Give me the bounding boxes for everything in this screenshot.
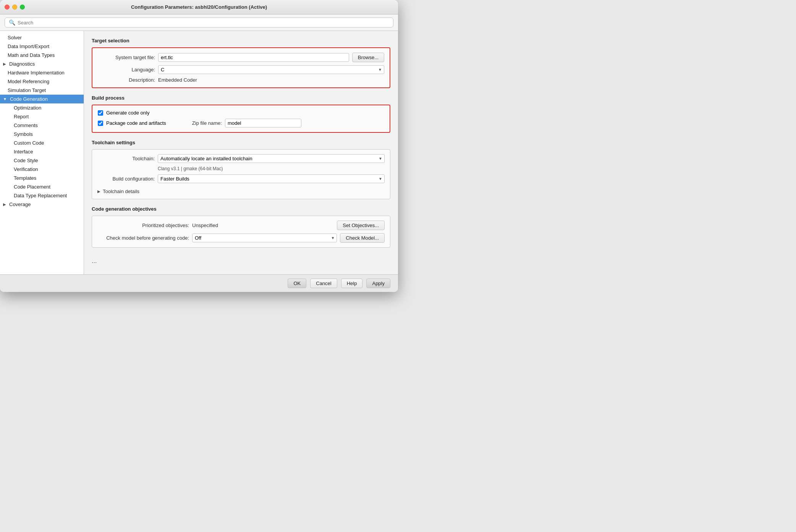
sidebar-item-custom-code[interactable]: Custom Code bbox=[0, 139, 84, 147]
generate-code-only-checkbox[interactable] bbox=[98, 110, 103, 116]
sidebar-item-comments[interactable]: Comments bbox=[0, 121, 84, 130]
sidebar-item-code-placement[interactable]: Code Placement bbox=[0, 182, 84, 191]
window-title: Configuration Parameters: asbhl20/Config… bbox=[131, 4, 267, 10]
toolchain-row: Toolchain: Automatically locate an insta… bbox=[97, 154, 385, 163]
toolchain-details-arrow: ▶ bbox=[97, 189, 100, 193]
language-row: Language: C C++ ▼ bbox=[98, 65, 384, 74]
toolchain-select-wrap: Automatically locate an installed toolch… bbox=[158, 154, 385, 163]
prioritized-objectives-row: Prioritized objectives: Unspecified Set … bbox=[97, 221, 385, 230]
sidebar-label-templates: Templates bbox=[14, 175, 36, 181]
code-gen-objectives-section: Code generation objectives Prioritized o… bbox=[92, 206, 390, 248]
search-wrap: 🔍 bbox=[5, 18, 393, 27]
sidebar-label-custom-code: Custom Code bbox=[14, 140, 44, 146]
sidebar-label-solver: Solver bbox=[8, 35, 22, 40]
package-code-row: Package code and artifacts Zip file name… bbox=[98, 119, 384, 127]
close-button[interactable] bbox=[5, 5, 10, 10]
zip-file-row: Zip file name: bbox=[177, 119, 301, 127]
sidebar-arrow-code-generation: ▼ bbox=[3, 97, 7, 101]
toolchain-settings-box: Toolchain: Automatically locate an insta… bbox=[92, 149, 390, 199]
main-layout: SolverData Import/ExportMath and Data Ty… bbox=[0, 31, 398, 274]
sidebar-label-data-import-export: Data Import/Export bbox=[8, 44, 49, 49]
sidebar-item-diagnostics[interactable]: ▶Diagnostics bbox=[0, 60, 84, 68]
sidebar-item-coverage[interactable]: ▶Coverage bbox=[0, 200, 84, 209]
sidebar-item-code-style[interactable]: Code Style bbox=[0, 156, 84, 165]
sidebar-label-optimization: Optimization bbox=[14, 105, 41, 111]
sidebar-item-hardware-implementation[interactable]: Hardware Implementation bbox=[0, 68, 84, 77]
help-button[interactable]: Help bbox=[341, 279, 363, 288]
system-target-file-input[interactable] bbox=[158, 53, 349, 62]
toolchain-label: Toolchain: bbox=[97, 156, 155, 161]
sidebar-label-comments: Comments bbox=[14, 123, 38, 128]
check-model-select[interactable]: Off On bbox=[192, 234, 337, 242]
minimize-button[interactable] bbox=[12, 5, 17, 10]
toolchain-note: Clang v3.1 | gmake (64-bit Mac) bbox=[158, 166, 385, 171]
sidebar-item-simulation-target[interactable]: Simulation Target bbox=[0, 86, 84, 95]
zip-file-input[interactable] bbox=[225, 119, 301, 127]
sidebar-label-interface: Interface bbox=[14, 149, 33, 155]
toolchain-settings-title: Toolchain settings bbox=[92, 140, 390, 145]
build-process-title: Build process bbox=[92, 95, 390, 101]
build-config-label: Build configuration: bbox=[97, 176, 155, 182]
generate-code-only-row: Generate code only bbox=[98, 110, 384, 116]
language-label: Language: bbox=[98, 67, 155, 73]
check-model-row: Check model before generating code: Off … bbox=[97, 233, 385, 243]
build-config-select[interactable]: Faster Builds Faster Incremental Builds … bbox=[158, 174, 385, 183]
title-bar: Configuration Parameters: asbhl20/Config… bbox=[0, 0, 398, 15]
sidebar-label-verification: Verification bbox=[14, 166, 38, 172]
search-input[interactable] bbox=[18, 20, 389, 26]
sidebar-item-solver[interactable]: Solver bbox=[0, 33, 84, 42]
zip-file-label: Zip file name: bbox=[192, 120, 222, 126]
cancel-button[interactable]: Cancel bbox=[310, 279, 337, 288]
sidebar-label-diagnostics: Diagnostics bbox=[9, 61, 35, 67]
language-select-wrap: C C++ ▼ bbox=[158, 65, 384, 74]
sidebar-item-model-referencing[interactable]: Model Referencing bbox=[0, 77, 84, 86]
prioritized-objectives-label: Prioritized objectives: bbox=[97, 222, 189, 228]
sidebar-item-code-generation[interactable]: ▼Code Generation bbox=[0, 95, 84, 103]
target-selection-section: Target selection System target file: Bro… bbox=[92, 38, 390, 88]
apply-button[interactable]: Apply bbox=[366, 279, 390, 288]
sidebar-item-data-type-replacement[interactable]: Data Type Replacement bbox=[0, 191, 84, 200]
sidebar-item-data-import-export[interactable]: Data Import/Export bbox=[0, 42, 84, 51]
language-select[interactable]: C C++ bbox=[158, 65, 384, 74]
sidebar-label-report: Report bbox=[14, 114, 29, 119]
sidebar-label-simulation-target: Simulation Target bbox=[8, 87, 46, 93]
sidebar-item-interface[interactable]: Interface bbox=[0, 147, 84, 156]
sidebar: SolverData Import/ExportMath and Data Ty… bbox=[0, 31, 84, 274]
target-selection-title: Target selection bbox=[92, 38, 390, 44]
ok-button[interactable]: OK bbox=[288, 279, 306, 288]
sidebar-label-code-placement: Code Placement bbox=[14, 184, 50, 190]
check-model-label: Check model before generating code: bbox=[97, 235, 189, 241]
check-model-button[interactable]: Check Model... bbox=[340, 233, 385, 243]
sidebar-item-templates[interactable]: Templates bbox=[0, 174, 84, 182]
description-row: Description: Embedded Coder bbox=[98, 77, 384, 83]
sidebar-label-model-referencing: Model Referencing bbox=[8, 79, 49, 84]
sidebar-item-symbols[interactable]: Symbols bbox=[0, 130, 84, 139]
package-code-label: Package code and artifacts bbox=[106, 120, 166, 126]
traffic-lights bbox=[5, 5, 25, 10]
package-code-checkbox[interactable] bbox=[98, 121, 103, 126]
search-bar: 🔍 bbox=[0, 15, 398, 31]
sidebar-arrow-coverage: ▶ bbox=[3, 202, 6, 206]
build-process-section: Build process Generate code only Package… bbox=[92, 95, 390, 133]
sidebar-item-verification[interactable]: Verification bbox=[0, 165, 84, 174]
toolbar-bottom: OK Cancel Help Apply bbox=[0, 274, 398, 292]
sidebar-label-code-style: Code Style bbox=[14, 158, 38, 163]
sidebar-item-optimization[interactable]: Optimization bbox=[0, 103, 84, 112]
set-objectives-button[interactable]: Set Objectives... bbox=[337, 221, 385, 230]
maximize-button[interactable] bbox=[20, 5, 25, 10]
sidebar-label-coverage: Coverage bbox=[9, 202, 31, 207]
toolchain-details-row[interactable]: ▶ Toolchain details bbox=[97, 186, 385, 194]
prioritized-objectives-value: Unspecified bbox=[192, 222, 218, 228]
sidebar-item-math-and-data-types[interactable]: Math and Data Types bbox=[0, 51, 84, 60]
search-icon: 🔍 bbox=[9, 19, 15, 26]
build-config-row: Build configuration: Faster Builds Faste… bbox=[97, 174, 385, 183]
system-target-file-row: System target file: Browse... bbox=[98, 53, 384, 62]
toolchain-select[interactable]: Automatically locate an installed toolch… bbox=[158, 154, 385, 163]
sidebar-label-symbols: Symbols bbox=[14, 131, 33, 137]
toolchain-settings-section: Toolchain settings Toolchain: Automatica… bbox=[92, 140, 390, 199]
description-value: Embedded Coder bbox=[158, 77, 197, 83]
sidebar-item-report[interactable]: Report bbox=[0, 112, 84, 121]
browse-button[interactable]: Browse... bbox=[352, 53, 384, 62]
description-label: Description: bbox=[98, 77, 155, 83]
content-area: Target selection System target file: Bro… bbox=[84, 31, 398, 274]
